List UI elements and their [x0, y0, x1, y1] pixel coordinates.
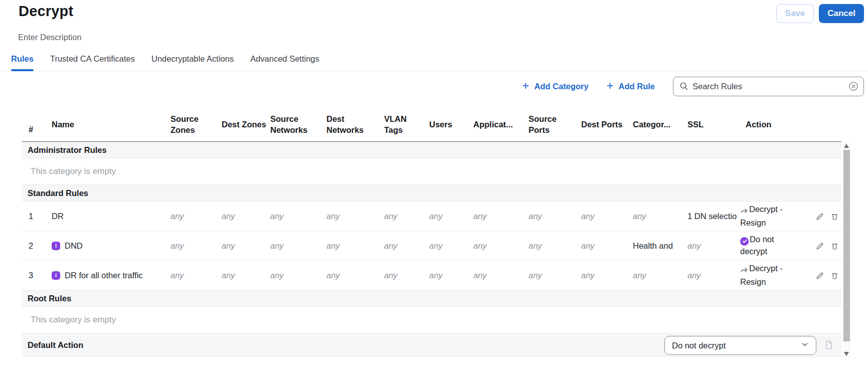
- rule-users: any: [429, 271, 473, 280]
- rule-source-zones: any: [170, 212, 222, 221]
- table-row[interactable]: 2 i DND any any any any any any any any …: [22, 231, 841, 261]
- rule-dest-zones: any: [222, 271, 270, 280]
- rule-ssl: any: [687, 271, 740, 280]
- decrypt-resign-arrow-icon: [740, 205, 748, 217]
- delete-rule-button[interactable]: [830, 212, 839, 221]
- add-category-label: Add Category: [534, 82, 588, 91]
- rule-category: Health and: [633, 241, 687, 251]
- category-title: Standard Rules: [28, 189, 88, 198]
- do-not-decrypt-check-icon: [740, 237, 749, 246]
- scrollbar-thumb[interactable]: [843, 150, 850, 341]
- rule-number: 1: [22, 212, 52, 221]
- page-title: Decrypt: [19, 3, 864, 20]
- rule-dest-ports: any: [581, 271, 633, 280]
- cancel-button[interactable]: Cancel: [819, 4, 864, 23]
- info-icon[interactable]: i: [52, 242, 60, 250]
- default-action-label: Default Action: [28, 340, 83, 350]
- column-header-source-zones: Source Zones: [170, 114, 222, 136]
- rules-toolbar: + Add Category + Add Rule: [0, 71, 868, 97]
- edit-rule-button[interactable]: [815, 212, 824, 221]
- column-header-category: Categor...: [633, 119, 687, 130]
- tab-rules[interactable]: Rules: [11, 54, 34, 71]
- tab-trusted-ca-certificates[interactable]: Trusted CA Certificates: [50, 54, 135, 71]
- default-action-select[interactable]: Do not decrypt: [664, 336, 816, 355]
- rule-source-zones: any: [170, 241, 222, 251]
- rule-action: Decrypt - Resign: [740, 204, 792, 229]
- edit-rule-button[interactable]: [815, 271, 824, 280]
- column-header-action: Action: [740, 119, 814, 130]
- delete-rule-button[interactable]: [830, 242, 839, 250]
- page-header: Decrypt Save Cancel: [0, 3, 868, 24]
- empty-category-message: This category is empty: [22, 158, 841, 185]
- default-action-value: Do not decrypt: [672, 341, 726, 350]
- search-icon: [679, 82, 688, 91]
- rule-applications: any: [473, 212, 529, 221]
- rule-source-zones: any: [170, 271, 222, 280]
- rule-name: i DND: [52, 241, 170, 251]
- delete-rule-button[interactable]: [830, 271, 839, 280]
- column-header-users: Users: [429, 119, 473, 130]
- rule-number: 3: [22, 271, 52, 280]
- column-header-source-networks: Source Networks: [270, 114, 326, 136]
- rule-applications: any: [473, 241, 529, 251]
- empty-category-message: This category is empty: [22, 307, 841, 333]
- tab-bar: Rules Trusted CA Certificates Undecrypta…: [0, 54, 868, 71]
- table-row[interactable]: 1 DR any any any any any any any any any…: [22, 202, 841, 231]
- column-header-applications: Applicat...: [473, 119, 529, 130]
- category-row-administrator-rules: Administrator Rules: [22, 142, 841, 158]
- category-row-root-rules: Root Rules: [22, 290, 841, 307]
- category-title: Root Rules: [28, 294, 71, 303]
- rule-vlan-tags: any: [384, 241, 429, 251]
- add-category-button[interactable]: + Add Category: [522, 81, 588, 92]
- description-field[interactable]: Enter Description: [18, 33, 868, 42]
- rule-dest-networks: any: [326, 271, 384, 280]
- add-rule-button[interactable]: + Add Rule: [607, 81, 655, 92]
- tab-advanced-settings[interactable]: Advanced Settings: [250, 54, 319, 71]
- rule-ssl: 1 DN selectio: [687, 212, 740, 221]
- vertical-scrollbar: [842, 142, 851, 357]
- rule-action: Do not decrypt: [740, 234, 792, 258]
- search-input[interactable]: [692, 82, 844, 91]
- rule-name-label: DR: [52, 212, 64, 221]
- rule-action: Decrypt - Resign: [740, 263, 792, 288]
- rule-vlan-tags: any: [384, 212, 429, 221]
- category-row-standard-rules: Standard Rules: [22, 185, 841, 202]
- column-header-source-ports: Source Ports: [529, 114, 581, 136]
- column-header-vlan-tags: VLAN Tags: [384, 114, 429, 136]
- rule-ssl: any: [687, 241, 740, 251]
- rule-source-ports: any: [529, 241, 581, 251]
- info-icon[interactable]: i: [52, 271, 60, 280]
- scroll-down-arrow-icon[interactable]: [844, 352, 849, 356]
- rule-source-networks: any: [270, 241, 326, 251]
- rule-name: DR: [52, 212, 170, 221]
- clear-search-icon[interactable]: [848, 81, 858, 91]
- search-rules-box[interactable]: [673, 77, 864, 96]
- rule-source-ports: any: [529, 212, 581, 221]
- rule-vlan-tags: any: [384, 271, 429, 280]
- column-header-dest-zones: Dest Zones: [222, 119, 270, 130]
- rule-name-label: DR for all other traffic: [65, 271, 143, 280]
- rules-table: # Name Source Zones Dest Zones Source Ne…: [22, 108, 841, 357]
- chevron-down-icon: [801, 340, 809, 350]
- scroll-up-arrow-icon[interactable]: [844, 144, 849, 148]
- rule-source-ports: any: [529, 271, 581, 280]
- save-button[interactable]: Save: [776, 4, 814, 23]
- tab-undecryptable-actions[interactable]: Undecryptable Actions: [151, 54, 234, 71]
- edit-rule-button[interactable]: [815, 242, 824, 250]
- rule-users: any: [429, 241, 473, 251]
- column-header-dest-networks: Dest Networks: [326, 114, 384, 136]
- rule-number: 2: [22, 241, 52, 251]
- rule-dest-networks: any: [326, 241, 384, 251]
- column-header-number: #: [22, 124, 52, 141]
- decrypt-resign-arrow-icon: [740, 264, 748, 276]
- default-action-log-icon[interactable]: [824, 340, 834, 350]
- default-action-row: Default Action Do not decrypt: [22, 333, 841, 357]
- rule-applications: any: [473, 271, 529, 280]
- table-row[interactable]: 3 i DR for all other traffic any any any…: [22, 261, 841, 290]
- rule-category: any: [633, 212, 687, 221]
- rule-category: any: [633, 271, 687, 280]
- rule-name: i DR for all other traffic: [52, 271, 170, 280]
- rule-dest-ports: any: [581, 212, 633, 221]
- rule-name-label: DND: [65, 241, 83, 251]
- column-header-ssl: SSL: [687, 119, 740, 130]
